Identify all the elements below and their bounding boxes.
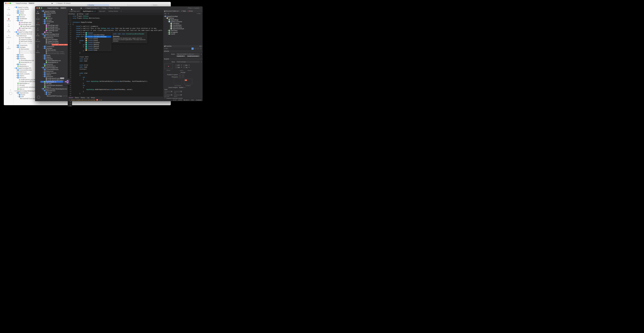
tree-item[interactable]: LoginPage.xaml	[40, 30, 68, 31]
section-events[interactable]: ▾ Events	[163, 50, 202, 52]
sidebar-test[interactable]: ⚗Test	[37, 28, 39, 31]
tree-item[interactable]: ▼HappyFormsApp.Droid	[40, 33, 68, 35]
tree-item[interactable]: Item.cs	[40, 17, 68, 19]
editor-footer-tabs[interactable]: SourceBlameHistoryLogMerge	[68, 96, 163, 99]
tree-item[interactable]: ▼Resources	[40, 76, 68, 77]
tree-item[interactable]: ▼HappyFormsApp.iOS	[40, 67, 68, 68]
tree-item[interactable]: ▼Components	[40, 45, 68, 47]
tree-item[interactable]: Getting Started	[40, 12, 68, 14]
sidebar-design[interactable]: ✎Design	[36, 16, 40, 20]
breadcrumb-item[interactable]: ● get	[86, 13, 89, 15]
intellisense-item[interactable]: Console	[85, 32, 111, 34]
tree-item[interactable]: ▼Dependencies	[40, 90, 68, 91]
branch-badge[interactable]: master ▾	[28, 2, 34, 4]
eol-mode[interactable]: CRLF	[191, 99, 194, 101]
footer-tab-blame[interactable]: Blame	[75, 97, 79, 98]
tree-item[interactable]: ▼References	[40, 70, 68, 72]
inset-left[interactable]: 8	[164, 91, 172, 92]
footer-tab-log[interactable]: Log	[87, 97, 89, 98]
tree-item[interactable]: HappyFormsApp	[40, 40, 68, 42]
tree-item[interactable]: ▼ConnectedServices	[40, 68, 68, 70]
search-input[interactable]: ⌕ Search…	[151, 4, 168, 6]
view-alpha-icon[interactable]	[194, 47, 196, 50]
outline-item[interactable]: ▾IsLoggedIn	[163, 31, 202, 33]
sidebar-services[interactable]: ⚙Services	[36, 39, 40, 42]
tab-getting-started[interactable]: Getting Started	[107, 10, 120, 13]
tree-item[interactable]: MainActivity.cs	[40, 65, 68, 67]
tree-item[interactable]: ▼Resources	[40, 63, 68, 65]
outline-item[interactable]: ▾UserIdKey	[163, 22, 202, 24]
sidebar-test[interactable]: ⚗Test	[8, 24, 10, 27]
feedback-button[interactable]: Feedback	[196, 99, 202, 101]
sidebar-deploy[interactable]: ☁Deploy	[36, 50, 40, 53]
dark-solution-tree[interactable]: ▼HappyFormsAppGetting Started▼Helpers▼Mo…	[40, 10, 68, 101]
footer-tab-merge[interactable]: Merge	[91, 97, 95, 98]
margins-select[interactable]: Explicit	[179, 87, 184, 88]
sidebar-profile[interactable]: ◉Profile	[36, 33, 40, 36]
intellisense-item[interactable]: ConsoleCancelEventArgs	[85, 34, 111, 36]
gear-icon[interactable]: ⚙	[10, 89, 12, 92]
tree-item[interactable]: ▼Helpers	[40, 56, 68, 58]
outline-item[interactable]: ▾AuthTokenDefault	[163, 28, 202, 29]
tree-item[interactable]: ▼Helpers	[40, 14, 68, 15]
tree-item[interactable]: Microsoft.CSharp	[40, 42, 68, 44]
sidebar-code[interactable]: {}Code	[7, 7, 10, 10]
tree-item[interactable]: Microsoft.Bcl	[40, 49, 68, 51]
intellisense-item[interactable]: ConsoleCancelEventHandler	[85, 36, 111, 38]
tree-item[interactable]: ▼Assets.xcassets	[40, 72, 68, 74]
fip-btn[interactable]	[179, 76, 181, 78]
tree-item[interactable]: ▼ViewModels	[40, 21, 68, 22]
sidebar-services[interactable]: ⚙Services	[6, 35, 11, 38]
sidebar-deploy[interactable]: ☁Deploy	[7, 46, 10, 49]
intellisense-item[interactable]: ConsoleMethod2	[85, 45, 111, 47]
sidebar-debug[interactable]: 🐞Debug	[7, 18, 10, 21]
tab-errors[interactable]: ⊘ Errors	[188, 10, 193, 12]
sidebar-profile[interactable]: ◉Profile	[7, 29, 10, 32]
tree-item[interactable]: Microsoft.NETCore.App1.0.0-rc3	[40, 95, 68, 97]
tree-item[interactable]: App.xaml	[40, 31, 68, 33]
event-handler-pill[interactable]: HandleClick ×	[176, 55, 185, 57]
outline-item[interactable]: ▾UserIdDefault	[163, 24, 202, 26]
tree-item[interactable]: ▼Properties	[40, 58, 68, 60]
outline-item[interactable]: ▾AuthTokenKey	[163, 26, 202, 28]
tab-appdelegate-cs[interactable]: AppDelegate.cs ● ×	[81, 10, 98, 13]
tree-item[interactable]: ItemsPage.xaml	[40, 26, 68, 28]
view-events-icon[interactable]	[197, 47, 199, 50]
intellisense-item[interactable]: ConsoleConst	[85, 49, 111, 51]
outline-filter[interactable]: ▾ Filter…	[197, 13, 202, 14]
view-categorized-icon[interactable]	[192, 47, 194, 50]
minimize-icon[interactable]	[38, 7, 40, 9]
show-select[interactable]: Frame rectangle	[176, 61, 200, 63]
tree-item[interactable]: ▼NuGet	[40, 91, 68, 93]
tree-item[interactable]: ▼Helpers	[40, 74, 68, 76]
x-field[interactable]: 277	[175, 64, 180, 66]
sidebar-debug[interactable]: 🐞Debug	[36, 22, 40, 25]
tree-item[interactable]: Microsoft.CSharpinstalling	[40, 51, 68, 53]
maximize-icon[interactable]	[41, 7, 42, 9]
run-config[interactable]: ☐ HappyFormsApp.iOS › ☐ Debug › □ iPhone…	[85, 7, 120, 9]
tree-item[interactable]: AndroidManifest.xml	[40, 60, 68, 61]
tree-item[interactable]: ▼Connected Services	[40, 35, 68, 37]
error-count[interactable]: 2	[96, 99, 98, 101]
tree-item[interactable]: ▼Packages	[40, 47, 68, 49]
tree-item[interactable]: ▼Views	[40, 22, 68, 24]
outline-toolbar[interactable]: aZ ≡ ▾ Filter…	[163, 12, 202, 15]
tab-size[interactable]: Tab size 8	[184, 99, 189, 101]
intellisense-item[interactable]: ConsoleEvent2	[85, 39, 111, 41]
outline-item[interactable]: ▾Settings	[163, 17, 202, 19]
sidebar-design[interactable]: ✎Design	[7, 13, 10, 16]
right-panel-tabs[interactable]: ▣ Document Outline ⊟ × ✔ Tasks ⊘ Errors	[163, 10, 202, 12]
intellisense-item[interactable]: ConsoleEvent1	[85, 38, 111, 39]
outline-item[interactable]: ▾AppSettings	[163, 19, 202, 21]
breadcrumb[interactable]: ✱ Settings›◆ Settings›● get	[68, 13, 163, 15]
outline-item[interactable]: ▾AuthToken	[163, 29, 202, 31]
add-tab-button[interactable]: +	[120, 10, 123, 12]
intellisense-popup[interactable]: ConsoleConsoleCancelEventArgsConsoleCanc…	[84, 32, 111, 51]
outline-item[interactable]: ▾HappyFormsApp	[163, 15, 202, 17]
action-input[interactable]: Type new handler or select one	[176, 53, 200, 55]
tree-item[interactable]: From Packages	[40, 38, 68, 40]
tab-loginpage-xaml[interactable]: LoginPage.xaml	[68, 10, 81, 13]
outline-tree[interactable]: ▾HappyFormsApp▾Settings▾AppSettings▾Sett…	[163, 15, 202, 35]
editor-tabs[interactable]: LoginPage.xamlAppDelegate.cs ● ×App.xaml…	[68, 10, 163, 13]
run-button[interactable]: ▶	[81, 7, 82, 9]
